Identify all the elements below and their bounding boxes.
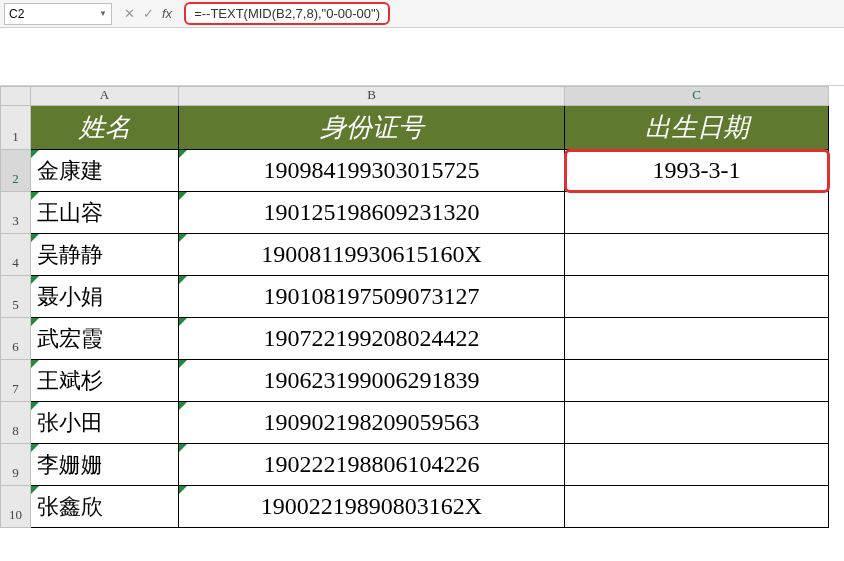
- cell-b10[interactable]: 19002219890803162X: [179, 486, 565, 528]
- cell-a5[interactable]: 聂小娟: [31, 276, 179, 318]
- cell-b6[interactable]: 190722199208024422: [179, 318, 565, 360]
- accept-icon[interactable]: ✓: [143, 6, 154, 21]
- name-box[interactable]: C2 ▼: [4, 3, 112, 25]
- cell-b7[interactable]: 190623199006291839: [179, 360, 565, 402]
- select-all-corner[interactable]: [1, 87, 31, 106]
- col-header-b[interactable]: B: [179, 87, 565, 106]
- spreadsheet-grid: A B C 1 姓名 身份证号 出生日期 2 金康建 1909841993030…: [0, 86, 844, 528]
- row-header-2[interactable]: 2: [1, 150, 31, 192]
- row-header-10[interactable]: 10: [1, 486, 31, 528]
- cell-b2[interactable]: 190984199303015725: [179, 150, 565, 192]
- row-header-6[interactable]: 6: [1, 318, 31, 360]
- cell-a3[interactable]: 王山容: [31, 192, 179, 234]
- cell-a6[interactable]: 武宏霞: [31, 318, 179, 360]
- cell-a1[interactable]: 姓名: [31, 106, 179, 150]
- cell-c7[interactable]: [565, 360, 829, 402]
- cell-b1[interactable]: 身份证号: [179, 106, 565, 150]
- formula-bar: C2 ▼ ✕ ✓ fx =--TEXT(MID(B2,7,8),"0-00-00…: [0, 0, 844, 28]
- formula-text: =--TEXT(MID(B2,7,8),"0-00-00"): [184, 2, 390, 25]
- formula-expand-area: [0, 28, 844, 86]
- formula-bar-icons: ✕ ✓ fx: [120, 6, 176, 21]
- cell-b3[interactable]: 190125198609231320: [179, 192, 565, 234]
- row-header-1[interactable]: 1: [1, 106, 31, 150]
- cell-b8[interactable]: 190902198209059563: [179, 402, 565, 444]
- cell-a2[interactable]: 金康建: [31, 150, 179, 192]
- cell-c5[interactable]: [565, 276, 829, 318]
- cell-c8[interactable]: [565, 402, 829, 444]
- row-header-7[interactable]: 7: [1, 360, 31, 402]
- col-header-a[interactable]: A: [31, 87, 179, 106]
- cell-c2[interactable]: 1993-3-1: [565, 150, 829, 192]
- cell-a4[interactable]: 吴静静: [31, 234, 179, 276]
- fx-icon[interactable]: fx: [162, 6, 172, 21]
- cell-c9[interactable]: [565, 444, 829, 486]
- cell-c1[interactable]: 出生日期: [565, 106, 829, 150]
- cell-b5[interactable]: 190108197509073127: [179, 276, 565, 318]
- cell-a9[interactable]: 李姗姗: [31, 444, 179, 486]
- cell-a8[interactable]: 张小田: [31, 402, 179, 444]
- cell-c3[interactable]: [565, 192, 829, 234]
- name-box-value: C2: [9, 7, 24, 21]
- cell-c10[interactable]: [565, 486, 829, 528]
- row-header-9[interactable]: 9: [1, 444, 31, 486]
- cell-b9[interactable]: 190222198806104226: [179, 444, 565, 486]
- row-header-3[interactable]: 3: [1, 192, 31, 234]
- col-header-c[interactable]: C: [565, 87, 829, 106]
- cell-a7[interactable]: 王斌杉: [31, 360, 179, 402]
- chevron-down-icon[interactable]: ▼: [99, 9, 107, 18]
- cell-b4[interactable]: 19008119930615160X: [179, 234, 565, 276]
- row-header-5[interactable]: 5: [1, 276, 31, 318]
- cell-c6[interactable]: [565, 318, 829, 360]
- row-header-8[interactable]: 8: [1, 402, 31, 444]
- formula-input[interactable]: =--TEXT(MID(B2,7,8),"0-00-00"): [184, 2, 840, 25]
- cancel-icon[interactable]: ✕: [124, 6, 135, 21]
- row-header-4[interactable]: 4: [1, 234, 31, 276]
- cell-a10[interactable]: 张鑫欣: [31, 486, 179, 528]
- cell-c4[interactable]: [565, 234, 829, 276]
